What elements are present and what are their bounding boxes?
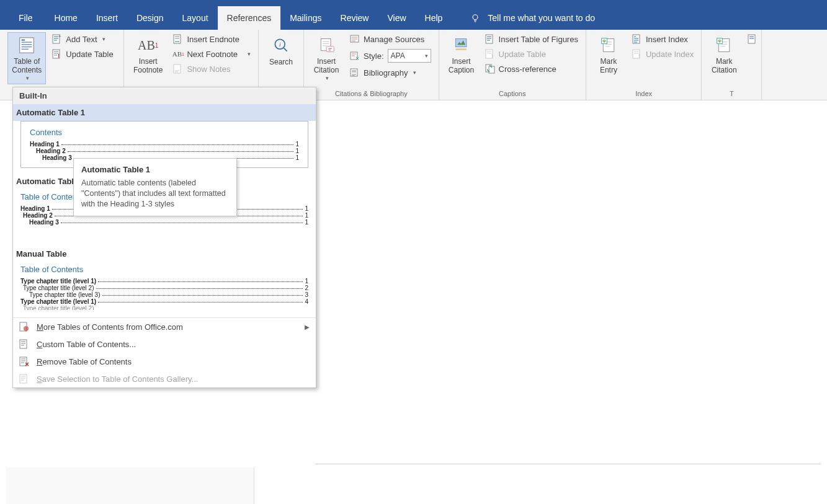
- remove-toc-icon: [19, 356, 29, 366]
- citation-style[interactable]: Style: APA▾: [347, 47, 434, 64]
- insert-caption-button[interactable]: Insert Caption: [444, 32, 479, 78]
- tab-review[interactable]: Review: [331, 6, 378, 30]
- mark-citation-button[interactable]: Mark Citation: [707, 32, 741, 78]
- svg-point-0: [473, 15, 478, 20]
- chevron-down-icon: ▾: [26, 75, 29, 81]
- gallery-item-auto2[interactable]: Automatic Table 2: [13, 173, 75, 190]
- update-tof-icon: !: [485, 49, 495, 59]
- mark-entry-icon: [599, 35, 619, 55]
- endnote-icon: [173, 34, 183, 44]
- svg-rect-16: [326, 46, 334, 52]
- style-select[interactable]: APA▾: [388, 49, 431, 63]
- show-notes-icon: [173, 64, 183, 74]
- manage-sources-button[interactable]: Manage Sources: [347, 32, 434, 46]
- manage-sources-icon: [350, 34, 360, 44]
- cross-reference-button[interactable]: Cross-reference: [483, 62, 581, 76]
- save-gallery-icon: [19, 374, 29, 384]
- custom-toc[interactable]: Custom Table of Contents...: [13, 335, 316, 353]
- caption-icon: [452, 35, 472, 55]
- svg-rect-4: [22, 44, 32, 45]
- svg-rect-36: [748, 35, 755, 43]
- toc-icon: [17, 35, 37, 55]
- more-toc-office[interactable]: More Tables of Contents from Office.com …: [13, 318, 316, 335]
- tab-file[interactable]: File: [6, 6, 45, 30]
- save-selection-toc: Save Selection to Table of Contents Gall…: [13, 370, 316, 387]
- remove-toc[interactable]: Remove Table of Contents: [13, 353, 316, 370]
- svg-text:i: i: [279, 41, 281, 48]
- update-index-button[interactable]: ! Update Index: [630, 47, 696, 61]
- svg-rect-20: [455, 39, 467, 47]
- insert-index-icon: [632, 34, 642, 44]
- tab-home[interactable]: Home: [45, 6, 87, 30]
- svg-text:+: +: [58, 34, 61, 39]
- svg-rect-5: [22, 46, 32, 47]
- style-icon: [350, 51, 360, 61]
- svg-rect-41: [20, 374, 27, 383]
- svg-point-38: [24, 326, 29, 331]
- update-tof-button[interactable]: ! Update Table: [483, 47, 581, 61]
- insert-endnote-button[interactable]: Insert Endnote: [171, 32, 253, 46]
- tell-me-input[interactable]: Tell me what you want to do: [488, 13, 595, 23]
- toa-icon: [748, 34, 758, 44]
- toc-gallery-dropdown: Built-In Automatic Table 1 Contents Head…: [12, 87, 316, 388]
- tab-references[interactable]: References: [218, 6, 281, 30]
- add-text-button[interactable]: + Add Text▾: [50, 32, 115, 46]
- svg-rect-22: [486, 35, 493, 43]
- tooltip-auto-table-1: Automatic Table 1 Automatic table conten…: [73, 158, 237, 216]
- svg-text:!: !: [638, 53, 640, 59]
- tab-insert[interactable]: Insert: [87, 6, 127, 30]
- footnote-ab-icon: AB1: [138, 35, 158, 55]
- table-of-contents-button[interactable]: Table of Contents ▾: [7, 32, 46, 84]
- submenu-arrow-icon: ▶: [305, 324, 310, 330]
- insert-table-figures-button[interactable]: Insert Table of Figures: [483, 32, 581, 46]
- tab-layout[interactable]: Layout: [173, 6, 218, 30]
- next-footnote-icon: AB1: [173, 49, 183, 59]
- search-icon: i: [271, 35, 291, 55]
- svg-rect-35: [718, 40, 722, 41]
- xref-icon: [485, 64, 495, 74]
- bibliography-icon: [350, 68, 360, 77]
- gallery-header-builtin: Built-In: [13, 87, 316, 104]
- custom-toc-icon: [19, 339, 29, 349]
- group-label-index: Index: [591, 90, 696, 100]
- insert-citation-button[interactable]: Insert Citation▾: [309, 32, 344, 84]
- group-label-citations: Citations & Bibliography: [309, 90, 434, 100]
- bibliography-button[interactable]: Bibliography▾: [347, 66, 434, 79]
- ribbon-tabs: File Home Insert Design Layout Reference…: [0, 6, 827, 30]
- group-label-toa: T: [707, 90, 756, 100]
- search-button[interactable]: i Search: [264, 32, 298, 69]
- tab-help[interactable]: Help: [416, 6, 452, 30]
- svg-rect-39: [20, 340, 27, 348]
- next-footnote-button[interactable]: AB1 Next Footnote ▾: [171, 47, 253, 61]
- svg-text:!: !: [491, 53, 493, 59]
- tab-mailings[interactable]: Mailings: [280, 6, 331, 30]
- add-text-icon: +: [52, 34, 62, 44]
- update-table-icon: !: [52, 49, 62, 59]
- svg-rect-3: [22, 42, 32, 42]
- office-icon: [19, 322, 29, 332]
- svg-rect-11: [174, 35, 181, 43]
- gallery-item-manual[interactable]: Manual Table: [13, 245, 316, 262]
- svg-rect-40: [20, 357, 27, 366]
- svg-rect-29: [602, 40, 606, 41]
- preview-manual[interactable]: Table of Contents Type chapter title (le…: [16, 262, 313, 312]
- svg-rect-2: [22, 40, 25, 41]
- mark-citation-icon: [714, 35, 734, 55]
- svg-rect-21: [455, 48, 467, 50]
- tab-view[interactable]: View: [378, 6, 415, 30]
- update-table-button[interactable]: ! Update Table: [50, 47, 115, 61]
- update-index-icon: !: [632, 49, 642, 59]
- tof-icon: [485, 34, 495, 44]
- tab-design[interactable]: Design: [127, 6, 173, 30]
- lightbulb-icon: [470, 13, 480, 23]
- gallery-item-auto1[interactable]: Automatic Table 1: [13, 104, 316, 121]
- group-label-captions: Captions: [444, 90, 581, 100]
- svg-text:!: !: [58, 53, 60, 59]
- insert-toa-button[interactable]: [745, 32, 756, 46]
- insert-footnote-button[interactable]: AB1 Insert Footnote: [129, 32, 167, 78]
- svg-rect-6: [22, 49, 29, 50]
- insert-index-button[interactable]: Insert Index: [630, 32, 696, 46]
- mark-entry-button[interactable]: Mark Entry: [591, 32, 626, 78]
- citation-icon: [316, 35, 336, 55]
- show-notes-button[interactable]: Show Notes: [171, 62, 253, 76]
